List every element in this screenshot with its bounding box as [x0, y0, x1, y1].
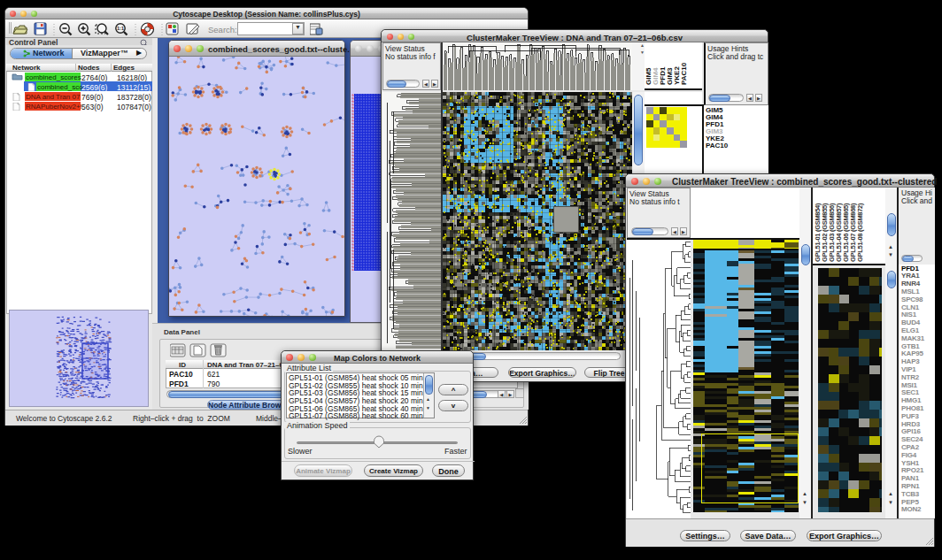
svg-text:1:1: 1:1 [117, 26, 124, 31]
